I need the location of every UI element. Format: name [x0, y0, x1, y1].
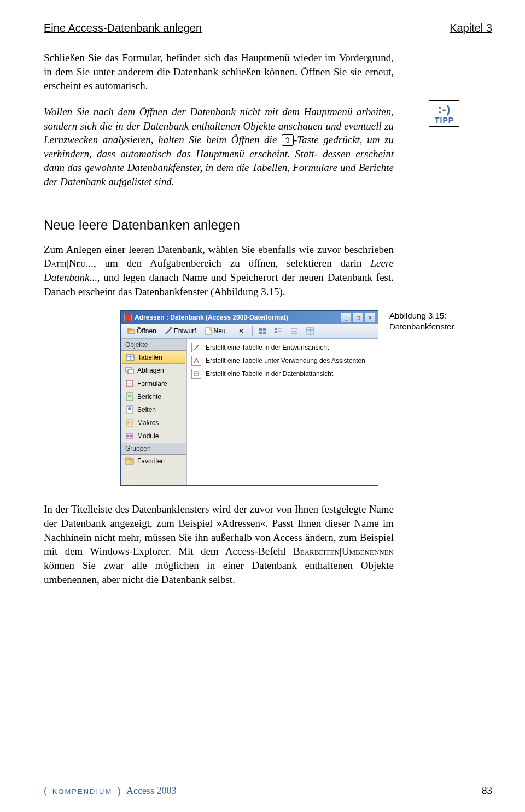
- sidebar-label-reports: Berichte: [137, 393, 161, 401]
- db-window: Adressen : Datenbank (Access 2000-Dateif…: [120, 310, 378, 486]
- content-label-2: Erstellt eine Tabelle unter Verwendung d…: [206, 357, 365, 364]
- figure-title: Datenbankfenster: [389, 321, 471, 332]
- svg-rect-36: [127, 435, 129, 437]
- page-header: Eine Access-Datenbank anlegen Kapitel 3: [44, 22, 492, 34]
- svg-rect-8: [263, 328, 266, 331]
- figure-caption: Abbildung 3.15: Datenbankfenster: [389, 310, 471, 332]
- small-icons-icon: [275, 327, 282, 335]
- db-content: Erstellt eine Tabelle in der Entwurfsans…: [187, 339, 378, 485]
- open-button[interactable]: Öffnen: [124, 326, 160, 337]
- svg-rect-2: [128, 328, 131, 330]
- kompendium-label: KOMPENDIUM: [52, 787, 113, 796]
- view-details-button[interactable]: [303, 326, 317, 337]
- open-icon: [127, 327, 135, 335]
- para2-c: ..., und legen danach Name und Speichero…: [44, 272, 394, 297]
- paren-open-icon: (: [44, 786, 47, 797]
- svg-rect-12: [275, 331, 277, 333]
- sidebar-label-favorites: Favoriten: [137, 457, 165, 465]
- maximize-button[interactable]: □: [353, 313, 364, 322]
- svg-point-6: [209, 328, 211, 331]
- delete-button[interactable]: ✕: [235, 326, 249, 337]
- svg-rect-35: [126, 434, 133, 438]
- open-label: Öffnen: [137, 327, 156, 335]
- favorites-icon: [125, 457, 134, 466]
- header-section-title: Eine Access-Datenbank anlegen: [44, 22, 202, 34]
- view-large-button[interactable]: [255, 326, 270, 337]
- tables-icon: [126, 353, 135, 362]
- close-button[interactable]: ×: [365, 313, 376, 322]
- smiley-icon: :-): [429, 103, 459, 116]
- view-small-button[interactable]: [271, 326, 285, 337]
- menu-datei-neu: Datei|Neu: [44, 257, 86, 269]
- svg-point-33: [128, 407, 131, 410]
- reports-icon: [125, 392, 134, 401]
- content-item-datasheet[interactable]: Erstellt eine Tabelle in der Datenblatta…: [190, 367, 375, 380]
- toolbar-separator-2: [252, 326, 253, 336]
- sidebar-item-macros[interactable]: Makros: [121, 416, 186, 429]
- sidebar-label-pages: Seiten: [137, 406, 156, 414]
- toolbar-separator: [232, 326, 232, 336]
- content-item-wizard[interactable]: Erstellt eine Tabelle unter Verwendung d…: [190, 354, 375, 367]
- paren-close-icon: ): [118, 786, 121, 797]
- db-sidebar: Objekte Tabellen Abfragen Formulare: [121, 339, 187, 485]
- wizard-icon-3: [191, 369, 201, 379]
- paragraph-2: Zum Anlegen einer leeren Datenbank, wähl…: [44, 243, 394, 299]
- new-label: Neu: [214, 327, 226, 335]
- para2-b: ..., um den Aufgabenbereich zu öffnen, s…: [86, 257, 371, 269]
- sidebar-item-queries[interactable]: Abfragen: [121, 364, 186, 377]
- svg-rect-10: [263, 332, 266, 334]
- svg-rect-0: [125, 314, 131, 321]
- sidebar-item-pages[interactable]: Seiten: [121, 403, 186, 416]
- footer-product: Access 2003: [126, 785, 176, 797]
- paragraph-1: Schließen Sie das Formular, befindet sic…: [44, 51, 394, 93]
- macros-icon: [125, 419, 134, 427]
- tipp-label: TIPP: [429, 116, 459, 125]
- design-label: Entwurf: [174, 327, 196, 335]
- sidebar-item-reports[interactable]: Berichte: [121, 390, 186, 403]
- pages-icon: [125, 405, 134, 414]
- sidebar-label-queries: Abfragen: [137, 367, 164, 374]
- paragraph-3: In der Titelleiste des Datenbankfensters…: [44, 502, 394, 586]
- page-footer: ( KOMPENDIUM ) Access 2003 83: [44, 781, 492, 797]
- svg-rect-27: [127, 381, 132, 383]
- queries-icon: [125, 366, 134, 375]
- sidebar-item-modules[interactable]: Module: [121, 429, 186, 443]
- svg-rect-4: [170, 327, 172, 329]
- details-icon: [306, 327, 314, 335]
- sidebar-item-forms[interactable]: Formulare: [121, 377, 186, 390]
- svg-rect-7: [259, 328, 262, 331]
- sidebar-item-tables[interactable]: Tabellen: [122, 351, 185, 364]
- svg-rect-28: [127, 384, 132, 385]
- header-chapter: Kapitel 3: [450, 22, 492, 34]
- large-icons-icon: [259, 327, 266, 335]
- tipp-paragraph: Wollen Sie nach dem Öffnen der Datenbank…: [44, 105, 394, 189]
- wizard-icon-2: [191, 356, 201, 366]
- design-button[interactable]: Entwurf: [161, 326, 200, 337]
- db-titlebar[interactable]: Adressen : Datenbank (Access 2000-Dateif…: [121, 311, 378, 324]
- sidebar-item-favorites[interactable]: Favoriten: [121, 455, 186, 468]
- tipp-badge: :-) TIPP: [429, 100, 459, 127]
- design-icon: [165, 327, 172, 335]
- svg-rect-39: [126, 458, 130, 460]
- sidebar-label-modules: Module: [137, 432, 159, 440]
- para3-b: können Sie zwar alle möglichen in einer …: [44, 560, 394, 585]
- content-item-design-view[interactable]: Erstellt eine Tabelle in der Entwurfsans…: [190, 341, 375, 354]
- sidebar-group-groups[interactable]: Gruppen: [121, 443, 186, 455]
- minimize-button[interactable]: _: [341, 313, 352, 322]
- page-number: 83: [482, 785, 492, 797]
- sidebar-label-forms: Formulare: [137, 380, 167, 387]
- delete-icon: ✕: [238, 327, 246, 335]
- para2-a: Zum Anlegen einer leeren Datenbank, wähl…: [44, 244, 394, 255]
- db-toolbar: Öffnen Entwurf Neu ✕: [121, 324, 378, 339]
- svg-rect-37: [130, 435, 132, 437]
- forms-icon: [125, 379, 134, 388]
- new-button[interactable]: Neu: [201, 326, 229, 337]
- new-icon: [205, 327, 212, 335]
- figure-number: Abbildung 3.15:: [389, 310, 471, 321]
- db-app-icon: [124, 314, 132, 321]
- view-list-button[interactable]: [287, 326, 301, 337]
- db-title-text: Adressen : Datenbank (Access 2000-Dateif…: [135, 314, 288, 321]
- sidebar-label-tables: Tabellen: [138, 354, 162, 361]
- content-label-1: Erstellt eine Tabelle in der Entwurfsans…: [206, 344, 329, 351]
- sidebar-group-objects[interactable]: Objekte: [121, 339, 186, 351]
